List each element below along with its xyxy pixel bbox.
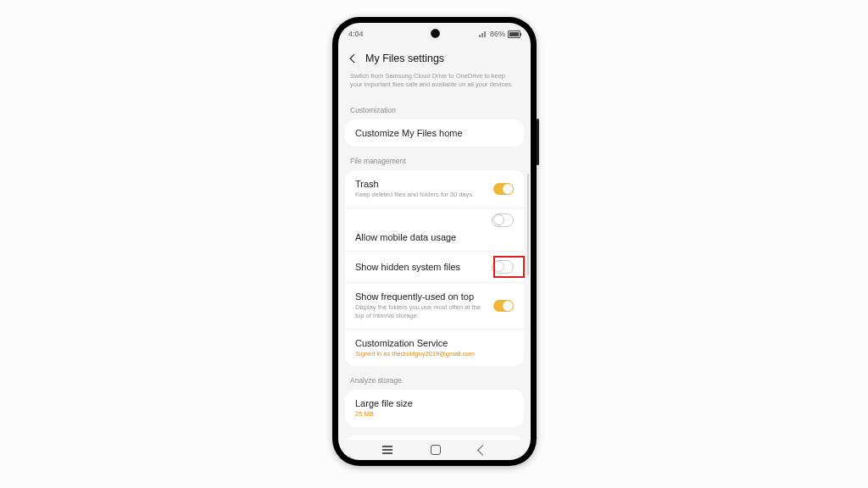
customization-service-row[interactable]: Customization Service Signed in as thedr…	[345, 329, 524, 367]
spacer	[338, 427, 531, 435]
allow-data-row[interactable]: Allow mobile data usage	[345, 232, 524, 251]
section-file-management: File management	[338, 147, 531, 170]
trash-toggle[interactable]	[493, 183, 514, 195]
allow-data-toggle[interactable]	[492, 214, 514, 227]
show-hidden-toggle[interactable]	[492, 260, 514, 274]
large-file-label: Large file size	[355, 398, 514, 408]
signal-icon	[479, 30, 487, 37]
front-camera	[431, 29, 440, 38]
intro-description: Switch from Samsung Cloud Drive to OneDr…	[338, 72, 531, 96]
customization-card: Customize My Files home	[345, 119, 524, 147]
nav-home-icon[interactable]	[431, 445, 441, 455]
trash-label: Trash	[355, 179, 487, 189]
stage: 4:04 86% My Files settings Switch from S…	[0, 0, 868, 488]
side-button	[537, 119, 539, 165]
freq-toggle[interactable]	[493, 300, 514, 312]
customize-home-label: Customize My Files home	[355, 128, 514, 138]
trash-sub: Keep deleted files and folders for 30 da…	[355, 191, 487, 199]
section-analyze: Analyze storage	[338, 366, 531, 390]
freq-label: Show frequently-used on top	[355, 291, 487, 302]
nav-recents-icon[interactable]	[382, 449, 392, 451]
show-hidden-row[interactable]: Show hidden system files	[345, 251, 524, 282]
nav-bar	[338, 440, 531, 460]
cust-svc-label: Customization Service	[355, 338, 514, 348]
analyze-card: Large file size 25 MB	[345, 390, 524, 427]
scrollbar[interactable]	[527, 174, 529, 275]
customize-home-row[interactable]: Customize My Files home	[345, 119, 524, 147]
back-icon[interactable]	[347, 53, 359, 64]
phone-frame: 4:04 86% My Files settings Switch from S…	[332, 17, 537, 466]
status-right: 86%	[479, 30, 520, 38]
large-file-row[interactable]: Large file size 25 MB	[345, 390, 524, 427]
screen: 4:04 86% My Files settings Switch from S…	[338, 23, 531, 460]
allow-data-toggle-row	[345, 208, 524, 232]
content-scroll[interactable]: Switch from Samsung Cloud Drive to OneDr…	[338, 72, 531, 440]
freq-row[interactable]: Show frequently-used on top Display the …	[345, 282, 524, 329]
page-title: My Files settings	[365, 53, 444, 64]
file-management-card: Trash Keep deleted files and folders for…	[345, 170, 524, 366]
battery-percent: 86%	[490, 30, 505, 38]
trash-row[interactable]: Trash Keep deleted files and folders for…	[345, 170, 524, 208]
battery-icon	[508, 30, 520, 38]
allow-data-label: Allow mobile data usage	[355, 232, 514, 242]
cust-svc-sub: Signed in as thedroidguy2019@gmail.com	[355, 350, 514, 358]
nav-back-icon[interactable]	[477, 445, 488, 456]
header: My Files settings	[338, 45, 531, 72]
show-hidden-label: Show hidden system files	[355, 262, 485, 272]
status-time: 4:04	[348, 30, 364, 38]
section-customization: Customization	[338, 96, 531, 119]
large-file-sub: 25 MB	[355, 410, 514, 419]
freq-sub: Display the folders you use most often a…	[355, 303, 487, 320]
